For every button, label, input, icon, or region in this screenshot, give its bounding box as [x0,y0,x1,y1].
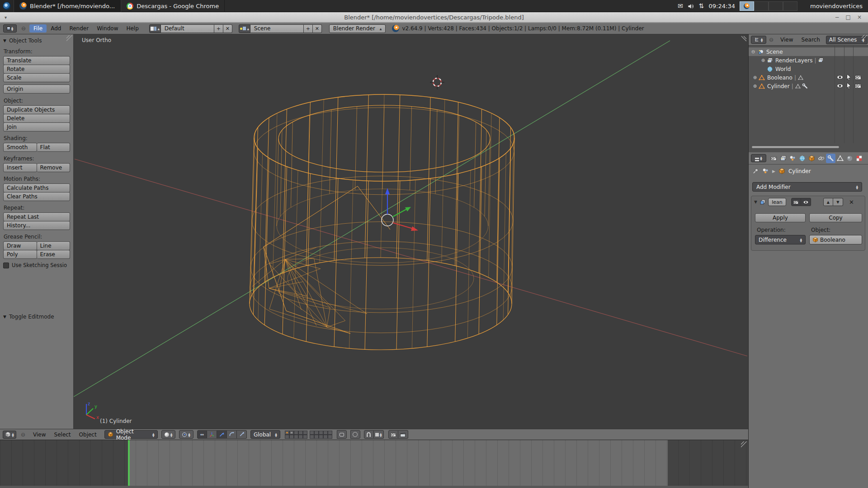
layer-cell[interactable] [314,431,319,435]
modifier-view-toggle[interactable] [801,198,811,206]
maximize-button[interactable]: □ [846,14,851,20]
modifier-collapse-icon[interactable]: ▼ [754,200,757,204]
network-arrows-icon[interactable]: ⇅ [699,2,704,9]
renderable-camera-icon[interactable] [854,82,862,89]
gp-erase-button[interactable]: Erase [37,250,71,259]
taskbar-task-blender[interactable]: Blender* [/home/moviendo... [14,0,121,12]
layer-cell[interactable] [328,431,332,435]
menu-view[interactable]: View [29,431,50,439]
toggle-editmode-panel-header[interactable]: ▼ Toggle Editmode [3,314,70,320]
menu-view[interactable]: View [776,36,797,44]
collapse-menus-icon[interactable]: ⊖ [769,37,774,43]
editor-type-button[interactable]: ▲▼ [3,24,17,33]
area-corner-widget[interactable] [741,441,747,448]
timeline-current-frame-marker[interactable] [128,440,130,488]
tab-scene[interactable] [788,154,797,163]
object-tools-panel-header[interactable]: ▼ Object Tools [3,38,70,44]
layer-cell[interactable] [323,431,328,435]
workspace-3[interactable] [769,1,783,11]
layout-name-field[interactable]: Default [161,24,214,33]
history-button[interactable]: History... [3,221,70,230]
opengl-render-image-button[interactable] [388,430,398,439]
layer-cell[interactable] [289,431,294,435]
layer-cell[interactable] [310,431,314,435]
layers-block-1[interactable] [285,431,307,439]
outliner-item-label[interactable]: RenderLayers [775,57,812,64]
collapse-menus-icon[interactable]: ⊖ [21,25,26,32]
manipulator-axis-button[interactable] [207,430,217,439]
modifier-name-field[interactable]: lean [768,198,786,206]
modifier-move-up-button[interactable]: ▲ [823,198,833,206]
calculate-paths-button[interactable]: Calculate Paths [3,183,70,192]
workspace-2[interactable] [754,1,769,11]
origin-button[interactable]: Origin [3,84,70,94]
cursor-3d[interactable] [430,75,444,89]
modifier-move-down-button[interactable]: ▼ [833,198,843,206]
layout-delete-button[interactable]: ✕ [223,24,232,33]
menu-add[interactable]: Add [47,24,65,33]
renderable-camera-icon[interactable] [854,74,862,81]
manipulator-toggle[interactable]: ⇔ [197,430,207,439]
join-button[interactable]: Join [3,122,70,131]
menu-render[interactable]: Render [65,24,93,33]
volume-icon[interactable] [688,2,694,9]
snap-toggle[interactable] [364,430,374,439]
snap-element-dropdown[interactable]: ▲▼ [374,430,384,439]
expand-icon[interactable]: ⊕ [760,58,766,63]
remove-keyframe-button[interactable]: Remove [37,163,71,172]
repeat-last-button[interactable]: Repeat Last [3,212,70,221]
scene-name-field[interactable]: Scene [250,24,304,33]
viewport-3d[interactable]: User Ortho (1) Cylinder z y x [74,34,748,429]
mesh-cube-icon[interactable] [778,168,785,174]
selectable-cursor-icon[interactable] [845,82,853,89]
menu-search[interactable]: Search [797,36,824,44]
editor-type-button[interactable]: ▲▼ [751,36,766,44]
layer-cell[interactable] [303,435,307,439]
menu-help[interactable]: Help [122,24,142,33]
app-launcher-button[interactable] [0,0,14,12]
rotate-manipulator-button[interactable] [227,430,237,439]
mode-dropdown[interactable]: Object Mode ▲▼ [104,430,158,439]
modifier-copy-button[interactable]: Copy [809,213,862,222]
tab-modifiers[interactable] [826,154,835,163]
hide-eye-icon[interactable] [836,74,844,81]
layer-cell[interactable] [310,435,314,439]
rotate-button[interactable]: Rotate [3,65,70,74]
operation-dropdown[interactable]: Difference ▲▼ [755,235,806,244]
expand-icon[interactable]: ⊕ [752,84,758,89]
duplicate-objects-button[interactable]: Duplicate Objects [3,105,70,114]
scale-manipulator-button[interactable] [237,430,247,439]
insert-keyframe-button[interactable]: Insert [3,163,37,172]
outliner-item-label[interactable]: Scene [766,49,783,55]
menu-select[interactable]: Select [50,431,75,439]
tab-world[interactable] [797,154,807,163]
collapse-menus-icon[interactable]: ⊖ [21,432,25,438]
area-corner-widget[interactable] [741,36,746,41]
menu-file[interactable]: File [29,24,47,33]
scale-button[interactable]: Scale [3,73,70,82]
outliner-row-renderlayers[interactable]: ⊕ RenderLayers | [749,56,868,65]
layer-cell[interactable] [289,435,294,439]
layer-cell[interactable] [328,435,332,439]
timeline-scrollbar[interactable] [0,486,748,488]
flat-button[interactable]: Flat [37,143,71,152]
timeline-editor[interactable] [0,440,748,488]
layout-icon[interactable]: ▲ [149,24,161,33]
opengl-render-anim-button[interactable] [398,430,408,439]
scene-delete-button[interactable]: ✕ [313,24,322,33]
layer-cell[interactable] [294,431,298,435]
menu-object[interactable]: Object [75,431,101,439]
editor-type-button[interactable]: ▲▼ [751,154,766,162]
add-modifier-dropdown[interactable]: Add Modifier ▲▼ [752,182,862,192]
layer-cell[interactable] [285,435,289,439]
proportional-edit-dropdown[interactable] [350,430,360,439]
layer-cell[interactable] [303,431,307,435]
tab-object[interactable] [807,154,816,163]
clear-paths-button[interactable]: Clear Paths [3,192,70,201]
layer-cell[interactable] [319,435,323,439]
scene-add-button[interactable]: + [304,24,313,33]
smooth-button[interactable]: Smooth [3,143,37,152]
layout-add-button[interactable]: + [214,24,223,33]
clock[interactable]: 09:24:34 [709,3,735,9]
outliner-row-scene[interactable]: ⊖ Scene [749,47,868,56]
